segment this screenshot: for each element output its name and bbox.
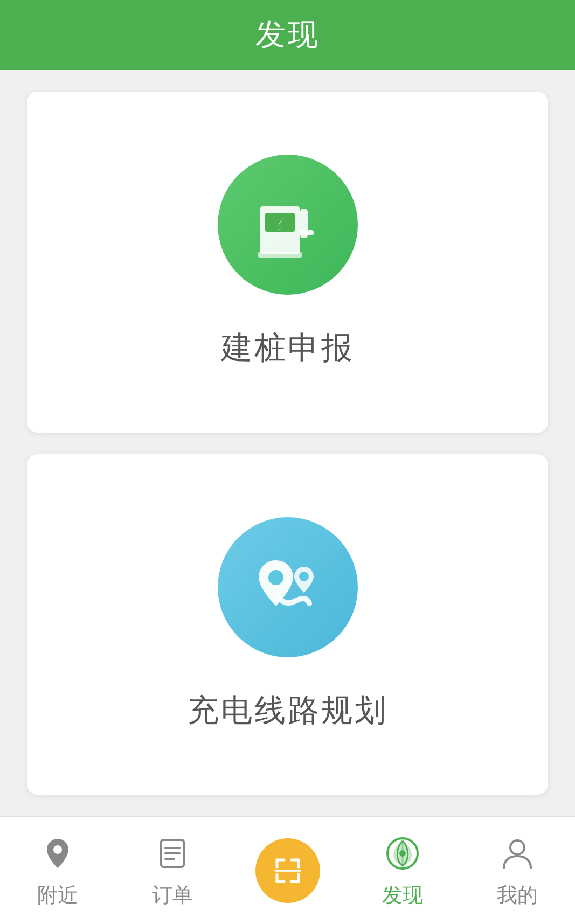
- main-content: 建桩申报 充电线路规划: [0, 70, 575, 816]
- order-icon: [154, 835, 191, 872]
- bottom-navigation: 附近 订单: [0, 816, 575, 924]
- svg-point-6: [268, 570, 283, 585]
- app-header: 发现: [0, 0, 575, 70]
- location-icon: [39, 835, 77, 872]
- nav-item-discover[interactable]: 发现: [345, 832, 460, 909]
- svg-rect-5: [258, 252, 302, 258]
- charging-station-icon: [245, 182, 331, 268]
- route-plan-card[interactable]: 充电线路规划: [27, 454, 548, 795]
- scan-button-circle[interactable]: [255, 838, 320, 903]
- svg-point-16: [510, 840, 524, 854]
- route-plan-label: 充电线路规划: [188, 690, 388, 732]
- profile-icon: [498, 835, 536, 872]
- nav-item-orders[interactable]: 订单: [115, 832, 230, 909]
- nav-item-mine[interactable]: 我的: [460, 832, 575, 909]
- pile-report-icon-circle: [218, 155, 358, 295]
- nav-item-scan[interactable]: [230, 838, 345, 903]
- route-icon: [245, 544, 331, 630]
- svg-rect-4: [300, 230, 314, 235]
- orders-label: 订单: [152, 881, 193, 909]
- discover-label: 发现: [382, 881, 423, 909]
- route-plan-icon-circle: [218, 517, 358, 657]
- pile-report-label: 建桩申报: [221, 327, 355, 369]
- mine-label: 我的: [497, 881, 538, 909]
- scan-icon: [269, 852, 307, 890]
- discover-icon-wrap: [381, 832, 424, 875]
- svg-point-7: [299, 572, 309, 581]
- nearby-label: 附近: [37, 881, 78, 909]
- nav-item-nearby[interactable]: 附近: [0, 832, 115, 909]
- page-title: 发现: [255, 15, 320, 55]
- mine-icon-wrap: [496, 832, 539, 875]
- nearby-icon-wrap: [36, 832, 79, 875]
- discover-icon: [384, 835, 421, 872]
- orders-icon-wrap: [151, 832, 194, 875]
- pile-report-card[interactable]: 建桩申报: [27, 92, 548, 433]
